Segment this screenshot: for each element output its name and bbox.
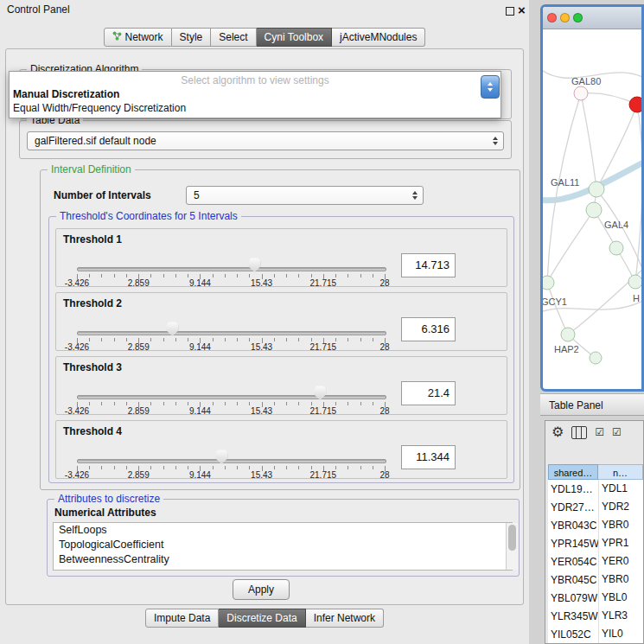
close-traffic-light[interactable] bbox=[547, 13, 557, 22]
minimize-traffic-light[interactable] bbox=[560, 13, 570, 22]
list-item-betweennesscentrality[interactable]: BetweennessCentrality bbox=[54, 552, 512, 567]
tab-infer-network[interactable]: Infer Network bbox=[306, 609, 384, 628]
zoom-traffic-light[interactable] bbox=[573, 13, 583, 22]
slider-tick bbox=[360, 466, 361, 469]
tab-cyni-toolbox[interactable]: Cyni Toolbox bbox=[257, 28, 332, 47]
slider-tick bbox=[175, 338, 176, 341]
slider-tick bbox=[249, 274, 250, 277]
slider-tick bbox=[311, 402, 312, 405]
threshold-panel-3: Threshold 3-3.4262.8599.14415.4321.71528… bbox=[55, 356, 507, 415]
slider-track[interactable] bbox=[77, 267, 386, 271]
apply-button[interactable]: Apply bbox=[233, 579, 290, 600]
network-node-hap2[interactable] bbox=[561, 328, 575, 341]
network-node-gcy1[interactable] bbox=[543, 276, 554, 290]
network-icon bbox=[112, 31, 122, 43]
window-title: Control Panel bbox=[7, 3, 70, 16]
tab-style[interactable]: Style bbox=[172, 28, 212, 47]
table-row[interactable]: YER054CYER0 bbox=[548, 552, 643, 571]
algorithm-option-equal-width-frequency-discretization[interactable]: Equal Width/Frequency Discretization bbox=[10, 101, 501, 115]
slider-scale-label: -3.426 bbox=[65, 406, 89, 416]
slider-tick bbox=[101, 338, 102, 341]
slider-tick bbox=[163, 466, 164, 469]
slider-tick bbox=[225, 466, 226, 469]
network-node-gal80[interactable] bbox=[574, 86, 588, 100]
slider-tick bbox=[188, 274, 188, 277]
network-node[interactable] bbox=[629, 97, 641, 112]
close-icon[interactable]: × bbox=[518, 3, 526, 17]
slider-tick bbox=[311, 338, 312, 341]
slider-tick bbox=[348, 402, 348, 405]
network-canvas[interactable]: GAL80GAL11GAL4GCY1HHAP2 bbox=[543, 29, 641, 390]
slider-track[interactable] bbox=[77, 459, 386, 463]
slider-track[interactable] bbox=[77, 395, 386, 399]
tab-impute-data[interactable]: Impute Data bbox=[145, 609, 219, 628]
slider-scale-label: -3.426 bbox=[65, 470, 89, 480]
select-all-checkbox-icon[interactable]: ☑ bbox=[595, 426, 604, 438]
network-node-gal11[interactable] bbox=[589, 182, 604, 197]
slider-tick bbox=[274, 338, 275, 341]
list-item-topologicalcoefficient[interactable]: TopologicalCoefficient bbox=[54, 538, 512, 552]
slider-tick bbox=[237, 402, 238, 405]
table-data-combo[interactable]: galFiltered.sif default node bbox=[27, 131, 504, 150]
slider-tick bbox=[114, 402, 115, 405]
column-header-name[interactable]: n… bbox=[598, 464, 643, 480]
gear-icon[interactable]: ⚙ bbox=[552, 424, 564, 440]
threshold-value-field[interactable]: 14.713 bbox=[401, 253, 456, 277]
slider-tick bbox=[348, 274, 348, 277]
threshold-value-field[interactable]: 11.344 bbox=[401, 445, 456, 469]
slider-scale-label: 28 bbox=[379, 278, 389, 288]
slider-tick bbox=[163, 402, 164, 405]
scrollbar-thumb[interactable] bbox=[508, 525, 516, 551]
slider-tick bbox=[335, 274, 336, 277]
slider-tick bbox=[175, 402, 176, 405]
slider-tick bbox=[89, 402, 90, 405]
slider-tick bbox=[373, 402, 373, 405]
threshold-value-field[interactable]: 21.4 bbox=[401, 381, 456, 405]
tab-jactivemnodules[interactable]: jActiveMNodules bbox=[332, 28, 425, 47]
network-node[interactable] bbox=[609, 241, 623, 255]
cell-shared-name: YLR345W bbox=[548, 610, 598, 622]
cell-name: YBL0 bbox=[598, 589, 643, 607]
table-row[interactable]: YBL079WYBL0 bbox=[548, 589, 643, 607]
slider-tick bbox=[188, 338, 188, 341]
table-panel-window: ⚙ ☑ ☑ shared… n… YDL19…YDL1YDR27…YDR2YBR… bbox=[545, 420, 644, 644]
table-row[interactable]: YLR345WYLR3 bbox=[548, 607, 643, 625]
slider-tick bbox=[114, 338, 115, 341]
cell-shared-name: YDR27… bbox=[548, 501, 598, 513]
float-window-icon[interactable] bbox=[506, 7, 514, 16]
table-row[interactable]: YDL19…YDL1 bbox=[548, 480, 643, 498]
threshold-panel-4: Threshold 4-3.4262.8599.14415.4321.71528… bbox=[55, 420, 507, 479]
column-header-shared-name[interactable]: shared… bbox=[548, 464, 598, 480]
network-node-h[interactable] bbox=[628, 275, 641, 289]
network-window-titlebar[interactable] bbox=[543, 7, 641, 29]
slider-tick bbox=[237, 466, 238, 469]
tab-label: Impute Data bbox=[154, 612, 210, 624]
table-row[interactable]: YPR145WYPR1 bbox=[548, 534, 643, 552]
algorithm-option-manual-discretization[interactable]: Manual Discretization bbox=[10, 87, 501, 101]
tab-select[interactable]: Select bbox=[211, 28, 256, 47]
slider-tick bbox=[348, 466, 348, 469]
slider-track[interactable] bbox=[77, 331, 386, 335]
table-row[interactable]: YDR27…YDR2 bbox=[548, 498, 643, 516]
table-rows: YDL19…YDL1YDR27…YDR2YBR043CYBR0YPR145WYP… bbox=[548, 480, 643, 643]
table-row[interactable]: YIL052CYIL0 bbox=[548, 625, 643, 643]
attributes-list[interactable]: SelfLoopsTopologicalCoefficientBetweenne… bbox=[53, 522, 513, 571]
network-node[interactable] bbox=[590, 352, 602, 364]
attributes-scrollbar[interactable] bbox=[506, 523, 518, 570]
threshold-value-field[interactable]: 6.316 bbox=[401, 317, 456, 341]
slider-tick bbox=[163, 274, 164, 277]
columns-icon[interactable] bbox=[571, 426, 587, 439]
num-intervals-combo[interactable]: 5 bbox=[186, 186, 424, 205]
cell-shared-name: YIL052C bbox=[548, 628, 598, 641]
tab-discretize-data[interactable]: Discretize Data bbox=[219, 609, 305, 628]
list-item-selfloops[interactable]: SelfLoops bbox=[54, 523, 512, 538]
select-functions-checkbox-icon[interactable]: ☑ bbox=[612, 426, 622, 438]
table-row[interactable]: YBR045CYBR0 bbox=[548, 571, 643, 589]
algorithm-combo-stepper[interactable] bbox=[481, 75, 500, 99]
slider-tick bbox=[286, 402, 287, 405]
tab-network[interactable]: Network bbox=[104, 28, 172, 47]
network-node-gal4[interactable] bbox=[586, 202, 602, 218]
combo-stepper-icon bbox=[493, 137, 498, 145]
table-row[interactable]: YBR043CYBR0 bbox=[548, 516, 643, 534]
slider-scale-label: 2.859 bbox=[128, 278, 150, 288]
